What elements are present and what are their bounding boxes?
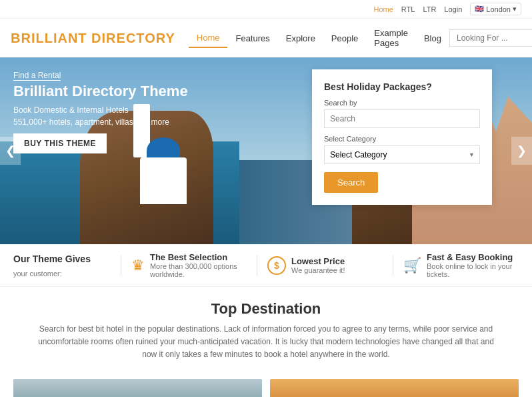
hero-content: Find a Rental Brilliant Directory Theme … <box>13 71 188 153</box>
feature-price-label: Lowest Price <box>291 256 345 266</box>
category-select[interactable]: Select Category <box>324 145 480 164</box>
topbar-home-link[interactable]: Home <box>373 5 393 13</box>
hero-find-label: Find a Rental <box>13 71 188 80</box>
features-intro: Our Theme Gives your customer: <box>13 254 91 278</box>
features-divider-3 <box>393 256 393 276</box>
cart-icon: 🛒 <box>403 257 421 274</box>
nav-people[interactable]: People <box>323 29 366 47</box>
search-panel-heading: Best Holiday Packages? <box>324 81 480 92</box>
destination-card-dubai[interactable]: Dubai Atlantis, The Palm is a luxury hot… <box>270 379 519 397</box>
location-label: London <box>486 5 511 13</box>
nav-example-pages[interactable]: Example Pages <box>366 24 416 52</box>
features-divider-1 <box>121 256 121 276</box>
category-label: Select Category <box>324 135 480 143</box>
features-bar: Our Theme Gives your customer: ♛ The Bes… <box>0 244 532 287</box>
feature-item-price: $ Lowest Price We guarantee it! <box>267 256 383 275</box>
feature-selection-sub: More than 300,000 options worldwide. <box>150 262 247 278</box>
category-select-wrapper: Select Category <box>324 145 480 164</box>
feature-item-selection: ♛ The Best Selection More than 300,000 o… <box>131 252 247 278</box>
feature-booking-label: Fast & Easy Booking <box>427 252 519 262</box>
search-panel: Best Holiday Packages? Search by Select … <box>312 69 492 205</box>
hero-title: Brilliant Directory Theme <box>13 83 188 100</box>
destination-card-india[interactable] <box>13 379 262 397</box>
features-intro-sub: your customer: <box>13 270 62 278</box>
hero-next-button[interactable]: ❯ <box>511 137 532 165</box>
flag-icon: 🇬🇧 <box>475 5 484 13</box>
crown-icon: ♛ <box>131 257 145 274</box>
hero-cta-button[interactable]: BUY THIS THEME <box>13 133 107 153</box>
nav-blog[interactable]: Blog <box>416 29 449 47</box>
top-bar: Home RTL LTR Login 🇬🇧 London ▾ <box>0 0 532 19</box>
church-body <box>140 157 187 204</box>
features-intro-label: Our Theme Gives <box>13 254 91 264</box>
feature-selection-label: The Best Selection <box>150 252 247 262</box>
feature-item-booking: 🛒 Fast & Easy Booking Book online to loc… <box>403 252 519 278</box>
search-by-input[interactable] <box>324 109 480 128</box>
topbar-rtl-link[interactable]: RTL <box>401 5 415 13</box>
features-divider-2 <box>257 256 257 276</box>
topbar-ltr-link[interactable]: LTR <box>423 5 436 13</box>
nav-features[interactable]: Features <box>227 29 277 47</box>
feature-booking-sub: Book online to lock in your tickets. <box>427 262 519 278</box>
hero-prev-button[interactable]: ❮ <box>0 137 21 165</box>
location-selector[interactable]: 🇬🇧 London ▾ <box>470 3 521 15</box>
dubai-overlay <box>270 379 519 397</box>
destination-grid: Dubai Atlantis, The Palm is a luxury hot… <box>0 379 532 397</box>
section-title: Top Destination <box>13 300 519 318</box>
hero-section: ❮ ❯ Find a Rental Brilliant Directory Th… <box>0 57 532 244</box>
nav-home[interactable]: Home <box>189 29 228 48</box>
logo: BRILLIANT DIRECTORY <box>11 31 175 46</box>
hero-subtitle: Book Domestic & Internal Hotels 551,000+… <box>13 104 188 128</box>
header-search-input[interactable] <box>449 29 532 47</box>
search-by-label: Search by <box>324 99 480 107</box>
header: BRILLIANT DIRECTORY Home Features Explor… <box>0 19 532 57</box>
search-panel-button[interactable]: Search <box>324 172 378 193</box>
chevron-down-icon: ▾ <box>513 5 517 13</box>
main-nav: Home Features Explore People Example Pag… <box>189 24 449 52</box>
taj-scene <box>13 379 262 397</box>
top-destination-section: Top Destination Search for best bit hote… <box>0 287 532 379</box>
topbar-login-link[interactable]: Login <box>444 5 462 13</box>
dollar-icon: $ <box>267 256 286 275</box>
section-description: Search for best bit hotel in the popular… <box>33 323 499 362</box>
header-search <box>449 29 532 47</box>
feature-price-sub: We guarantee it! <box>291 266 345 274</box>
nav-explore[interactable]: Explore <box>278 29 323 47</box>
